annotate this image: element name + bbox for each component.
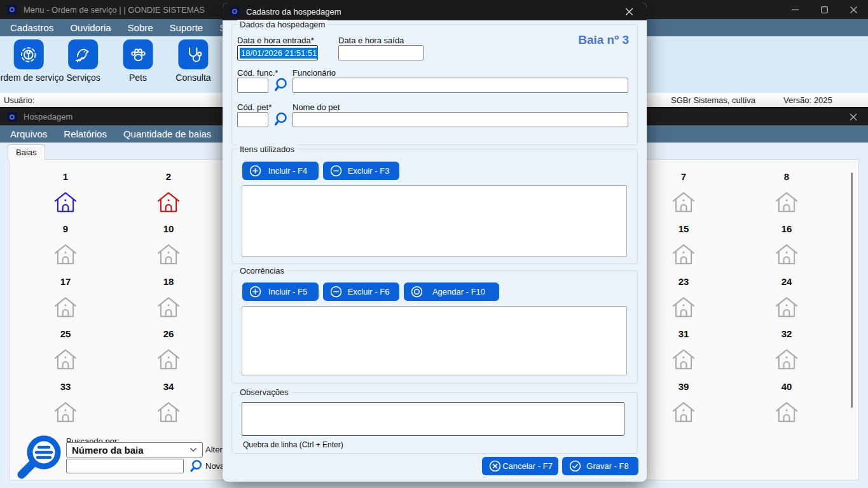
shortcut-servicos[interactable]: Serviços bbox=[66, 39, 100, 83]
menu-item-sobre[interactable]: Sobre bbox=[120, 19, 162, 36]
house-icon bbox=[672, 401, 696, 424]
shortcut-ordem-de-servico[interactable]: Ordem de serviço bbox=[0, 39, 64, 83]
vertical-scrollbar[interactable] bbox=[851, 172, 853, 408]
bay-number: 9 bbox=[63, 223, 68, 235]
saida-input[interactable] bbox=[338, 45, 424, 60]
minimize-icon[interactable] bbox=[780, 0, 809, 19]
menu-item-suporte[interactable]: Suporte bbox=[162, 19, 212, 36]
bay-31[interactable]: 31 bbox=[648, 328, 719, 380]
bay-24[interactable]: 24 bbox=[751, 276, 822, 328]
bay-25[interactable]: 25 bbox=[30, 328, 101, 380]
button-incluir-f4[interactable]: Incluir - F4 bbox=[242, 162, 319, 180]
tab-baias-label: Baias bbox=[16, 148, 37, 157]
search-funcionario-button[interactable] bbox=[272, 77, 289, 94]
cod-pet-label: Cód. pet* bbox=[237, 102, 272, 112]
bay-1[interactable]: 1 bbox=[30, 171, 101, 223]
bay-23[interactable]: 23 bbox=[648, 276, 719, 328]
bay-number: 2 bbox=[166, 171, 171, 183]
menu-item-quantidade-de-baias[interactable]: Quantidade de baias bbox=[115, 125, 219, 143]
menu-item-arquivos[interactable]: Arquivos bbox=[2, 125, 55, 143]
button-label: Agendar - F10 bbox=[424, 287, 494, 296]
button-excluir-f6[interactable]: Excluir - F6 bbox=[323, 282, 399, 301]
button-agendar-f10[interactable]: Agendar - F10 bbox=[404, 282, 499, 301]
button-incluir-f5[interactable]: Incluir - F5 bbox=[242, 282, 319, 301]
bay-7[interactable]: 7 bbox=[648, 171, 719, 223]
ocorrencias-listbox[interactable] bbox=[242, 306, 627, 375]
entrada-label: Data e hora entrada* bbox=[237, 36, 314, 45]
observacoes-textarea[interactable] bbox=[242, 402, 624, 436]
bay-number: 33 bbox=[60, 381, 71, 393]
funcionario-input[interactable] bbox=[293, 78, 628, 93]
bay-number: 7 bbox=[681, 171, 686, 183]
desktop: Menu - Ordem de serviço | | GONDIE SISTE… bbox=[0, 0, 868, 488]
close-icon[interactable] bbox=[616, 3, 642, 20]
bay-33[interactable]: 33 bbox=[30, 381, 101, 433]
close-icon[interactable] bbox=[839, 0, 868, 19]
close-icon[interactable] bbox=[839, 108, 868, 125]
button-label: Excluir - F6 bbox=[343, 287, 394, 296]
group-observacoes-legend: Observações bbox=[237, 387, 291, 397]
itens-listbox[interactable] bbox=[242, 185, 627, 257]
window-controls bbox=[780, 0, 868, 19]
paw-icon bbox=[123, 39, 153, 69]
shortcut-label: Consulta bbox=[176, 73, 210, 83]
shortcut-pets[interactable]: Pets bbox=[123, 39, 153, 83]
bay-10[interactable]: 10 bbox=[133, 223, 204, 275]
bay-18[interactable]: 18 bbox=[133, 276, 204, 328]
search-input[interactable] bbox=[66, 459, 184, 473]
house-icon bbox=[672, 243, 696, 266]
bay-number: 31 bbox=[679, 328, 689, 340]
plus-circle-icon bbox=[249, 164, 262, 178]
search-pet-button[interactable] bbox=[272, 111, 289, 128]
bay-17[interactable]: 17 bbox=[30, 276, 101, 328]
magnifier-icon bbox=[188, 459, 203, 474]
house-icon bbox=[775, 191, 799, 214]
bay-39[interactable]: 39 bbox=[648, 381, 719, 433]
shortcut-label: Pets bbox=[123, 73, 153, 83]
search-button[interactable] bbox=[188, 459, 203, 474]
funcionario-label: Funcionário bbox=[293, 68, 336, 78]
bay-8[interactable]: 8 bbox=[751, 171, 822, 223]
gear-wrench-icon bbox=[13, 39, 43, 69]
button-cancelar-f7[interactable]: Cancelar - F7 bbox=[482, 457, 558, 475]
nome-pet-label: Nome do pet bbox=[293, 102, 340, 112]
house-icon bbox=[156, 191, 181, 214]
user-label: Usuário: bbox=[4, 95, 34, 105]
button-gravar-f8[interactable]: Gravar - F8 bbox=[562, 457, 638, 475]
search-list-icon bbox=[13, 435, 64, 484]
bay-9[interactable]: 9 bbox=[30, 223, 101, 275]
menu-item-cadastros[interactable]: Cadastros bbox=[2, 19, 62, 36]
bay-2[interactable]: 2 bbox=[133, 171, 204, 223]
search-type-select[interactable]: Número da baia bbox=[66, 442, 203, 457]
button-excluir-f3[interactable]: Excluir - F3 bbox=[323, 162, 399, 180]
entrada-input[interactable]: 18/01/2026 21:51:51 bbox=[237, 45, 318, 60]
cod-pet-input[interactable] bbox=[237, 112, 268, 127]
bay-number: 16 bbox=[782, 223, 792, 235]
button-label: Cancelar - F7 bbox=[502, 461, 553, 471]
menu-item-ouvidoria[interactable]: Ouvidoria bbox=[62, 19, 119, 36]
bay-34[interactable]: 34 bbox=[133, 381, 204, 433]
house-icon bbox=[775, 401, 799, 424]
menu-item-relatorios[interactable]: Relatórios bbox=[55, 125, 115, 143]
shortcut-consulta[interactable]: Consulta bbox=[176, 39, 210, 83]
bays-grid-right: 781516232431323940 bbox=[648, 171, 822, 433]
app-icon bbox=[7, 112, 17, 122]
dialog-footer-buttons: Cancelar - F7Gravar - F8 bbox=[482, 457, 638, 475]
nome-pet-input[interactable] bbox=[293, 112, 628, 127]
bay-15[interactable]: 15 bbox=[648, 223, 719, 275]
tab-baias[interactable]: Baias bbox=[8, 144, 45, 160]
shortcut-label: Ordem de serviço bbox=[0, 73, 64, 83]
bay-40[interactable]: 40 bbox=[751, 381, 822, 433]
house-icon bbox=[156, 401, 181, 424]
bay-16[interactable]: 16 bbox=[751, 223, 822, 275]
sgbr-label: SGBr Sistemas, cultiva bbox=[671, 95, 755, 105]
bay-number: 32 bbox=[782, 328, 792, 340]
group-itens-legend: Itens utilizados bbox=[237, 144, 297, 154]
bay-number: 40 bbox=[782, 381, 792, 393]
stethoscope-icon bbox=[178, 39, 208, 69]
bay-26[interactable]: 26 bbox=[133, 328, 204, 380]
bay-32[interactable]: 32 bbox=[751, 328, 822, 380]
maximize-icon[interactable] bbox=[809, 0, 839, 19]
entrada-selected-value: 18/01/2026 21:51:51 bbox=[240, 48, 318, 59]
cod-func-input[interactable] bbox=[237, 78, 268, 93]
